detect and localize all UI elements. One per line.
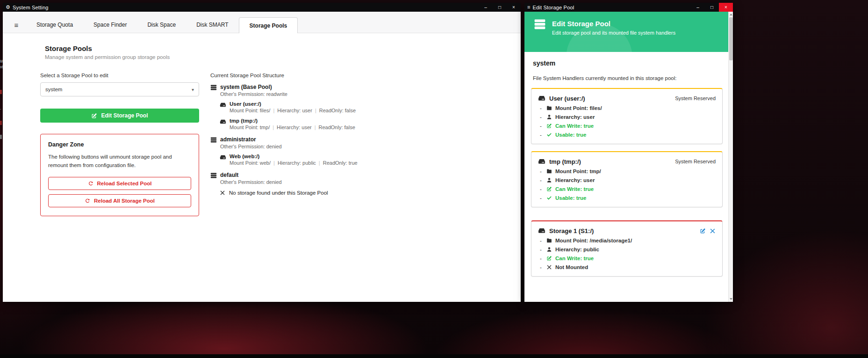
handler-name: User (user:/) [549,95,585,102]
check-icon [546,195,552,201]
divider: | [315,124,316,130]
storage-pool-select[interactable]: system ▾ [40,82,199,96]
storage-details: Mount Point: tmp/|Hierarchy: user|ReadOn… [230,124,355,130]
edit-storage-pool-button[interactable]: Edit Storage Pool [40,109,199,123]
user-icon [546,247,552,252]
close-button[interactable]: × [507,3,521,12]
handlers-description: File System Handlers currently mounted i… [533,75,723,81]
pool-name: administrator [220,136,282,143]
fs-handler-card-user: User (user:/) System Reserved - Mount Po… [531,88,723,144]
reload-selected-pool-button[interactable]: Reload Selected Pool [48,177,191,190]
reload-all-pool-button[interactable]: Reload All Storage Pool [48,194,191,207]
minimize-button[interactable]: – [691,3,705,12]
fs-handler-card-tmp: tmp (tmp:/) System Reserved - Mount Poin… [531,151,723,207]
editing-pool-name: system [533,59,723,67]
banner-title: Edit Storage Pool [552,20,675,28]
dash: - [540,238,546,243]
side-window-title: Edit Storage Pool [532,5,574,10]
danger-zone-description: The following buttons will unmount stora… [48,153,191,170]
server-icon [210,136,217,149]
handler-row: - Usable: true [538,132,716,138]
handler-row: - Can Write: true [538,186,716,192]
handler-row: - Hierarchy: public [538,247,716,252]
server-icon [210,172,217,185]
handler-row: - Mount Point: files/ [538,105,716,111]
maximize-button[interactable]: □ [493,3,507,12]
pool-node-system: system (Base Pool) Other's Permission: r… [210,84,521,130]
edit-icon [546,256,552,261]
storage-pools-page: Storage Pools Manage system and permissi… [3,33,521,302]
edit-pool-content: system File System Handlers currently mo… [524,52,728,302]
storage-name: Web (web:/) [230,153,358,159]
storage-pool-icon [534,18,546,30]
user-icon [546,114,552,120]
folder-icon [546,105,552,111]
scrollbar[interactable] [728,12,733,302]
close-button[interactable]: × [719,3,733,12]
hdd-icon [538,95,545,102]
hdd-icon [220,118,226,130]
edit-pool-banner: Edit Storage Pool Edit storage pool and … [524,12,728,52]
desktop-icon-fragment [0,90,2,94]
pool-node-administrator: administrator Other's Permission: denied… [210,136,521,166]
edit-icon [546,186,552,192]
check-icon [546,132,552,138]
handler-row: - Can Write: true [538,123,716,129]
dash: - [540,114,546,120]
scrollbar-thumb[interactable] [729,17,733,60]
maximize-button[interactable]: □ [705,3,719,12]
pool-name: default [220,172,282,178]
dash: - [540,123,546,129]
pool-permission: Other's Permission: denied [220,144,282,149]
scroll-down-arrow[interactable] [730,298,732,300]
storage-name: User (user:/) [230,101,356,107]
page-subtitle: Manage system and permission group stora… [45,54,521,60]
minimize-button[interactable]: – [479,3,493,12]
storage-pool-tree: system (Base Pool) Other's Permission: r… [210,84,521,196]
divider: | [319,160,320,166]
edit-handler-button[interactable] [700,228,706,234]
handler-name: Storage 1 (S1:/) [549,227,594,234]
dash: - [540,186,546,192]
dash: - [540,256,546,261]
storage-details: Mount Point: files/|Hierarchy: user|Read… [230,108,356,113]
reload-selected-pool-label: Reload Selected Pool [97,181,152,186]
remove-handler-button[interactable] [710,228,716,234]
divider: | [315,108,316,113]
dash: - [540,247,546,252]
empty-pool-message: No storage found under this Storage Pool [220,190,521,196]
banner-subtitle: Edit storage pool and its mounted file s… [552,30,675,36]
gear-icon: ⚙ [6,5,10,10]
side-window-titlebar[interactable]: ≡ Edit Storage Pool – □ × [524,3,733,12]
handler-row: - Mount Point: tmp/ [538,168,716,174]
times-icon [546,264,552,270]
edit-icon [91,113,97,119]
storage-node: tmp (tmp:/) Mount Point: tmp/|Hierarchy:… [220,118,521,130]
pool-permission: Other's Permission: denied [220,179,282,185]
pool-editor-column: Select a Storage Pool to edit system ▾ E… [40,73,199,216]
dash: - [540,168,546,174]
menu-icon[interactable]: ≡ [7,17,26,33]
tab-storage-quota[interactable]: Storage Quota [26,17,83,33]
fs-handler-card-storage1: Storage 1 (S1:/) - Mount Point: /media/s… [531,220,723,277]
hdd-icon [220,101,226,113]
tab-space-finder[interactable]: Space Finder [83,17,137,33]
system-setting-window: ⚙ System Setting – □ × ≡ Storage Quota S… [3,3,521,302]
handler-row: - Hierarchy: user [538,177,716,183]
edit-icon [546,123,552,129]
desktop-icon-fragment [0,135,2,139]
hdd-icon [220,153,226,166]
tab-disk-smart[interactable]: Disk SMART [186,17,238,33]
hdd-icon [538,227,545,234]
system-reserved-badge: System Reserved [675,95,716,101]
tab-disk-space[interactable]: Disk Space [137,17,186,33]
scroll-up-arrow[interactable] [730,14,732,15]
dash: - [540,105,546,111]
tab-storage-pools[interactable]: Storage Pools [239,17,298,33]
pool-permission: Other's Permission: readwrite [220,91,287,97]
taskbar[interactable] [0,354,868,358]
edit-storage-pool-label: Edit Storage Pool [101,112,148,119]
server-icon [210,84,217,97]
handler-row: - Hierarchy: user [538,114,716,120]
main-window-titlebar[interactable]: ⚙ System Setting – □ × [3,3,521,12]
